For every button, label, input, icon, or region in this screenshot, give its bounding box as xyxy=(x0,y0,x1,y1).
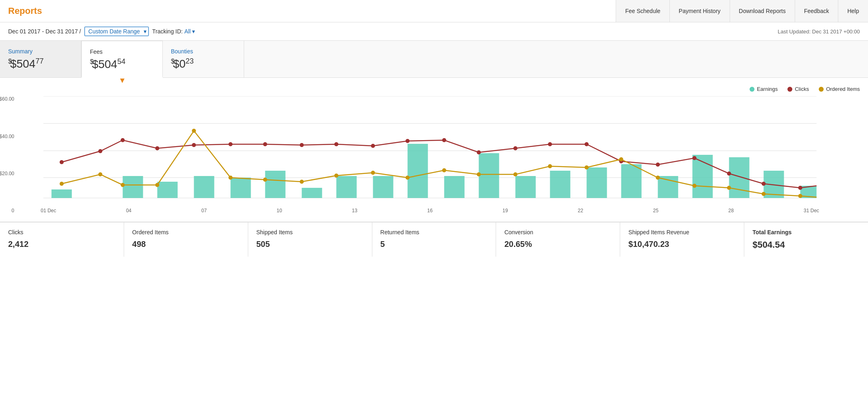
svg-rect-18 xyxy=(302,188,322,198)
svg-point-59 xyxy=(442,168,446,172)
svg-rect-23 xyxy=(658,176,678,198)
svg-point-52 xyxy=(192,129,196,133)
svg-point-50 xyxy=(121,183,125,187)
svg-rect-13 xyxy=(621,164,642,198)
date-bar: Dec 01 2017 - Dec 31 2017 / Custom Date … xyxy=(0,22,868,41)
svg-point-56 xyxy=(335,174,339,178)
stats-shipped-revenue-value: $10,470.23 xyxy=(628,240,736,249)
last-updated: Last Updated: Dec 31 2017 +00:00 xyxy=(778,29,860,35)
svg-point-60 xyxy=(477,172,481,176)
nav-feedback[interactable]: Feedback xyxy=(795,0,838,22)
header: Reports Fee Schedule Payment History Dow… xyxy=(0,0,868,22)
tracking-id-value[interactable]: All ▾ xyxy=(184,28,195,35)
tab-bounties-label: Bounties xyxy=(171,48,232,55)
svg-point-35 xyxy=(371,144,375,148)
svg-point-40 xyxy=(548,142,552,146)
tab-fees[interactable]: Fees $$50454 ▾ xyxy=(81,41,163,78)
svg-point-54 xyxy=(263,178,267,182)
stats-shipped-revenue: Shipped Items Revenue $10,470.23 xyxy=(620,222,744,257)
stats-shipped-items: Shipped Items 505 xyxy=(248,222,372,257)
svg-point-48 xyxy=(60,182,64,186)
date-bar-left: Dec 01 2017 - Dec 31 2017 / Custom Date … xyxy=(8,26,195,36)
stats-table: Clicks 2,412 Ordered Items 498 Shipped I… xyxy=(0,222,868,257)
stats-ordered-items-label: Ordered Items xyxy=(132,229,240,235)
svg-rect-11 xyxy=(479,153,499,198)
chart-legend: Earnings Clicks Ordered Items xyxy=(8,86,860,92)
svg-point-53 xyxy=(229,176,233,180)
svg-point-66 xyxy=(693,184,697,188)
svg-rect-6 xyxy=(123,176,143,198)
chart-wrapper: $60.00 $40.00 $20.00 0 150 100 50 0 75 5… xyxy=(16,96,852,213)
tab-summary-label: Summary xyxy=(8,48,69,55)
svg-point-49 xyxy=(98,172,103,176)
svg-point-64 xyxy=(619,157,623,161)
svg-point-69 xyxy=(798,194,802,198)
stats-total-earnings: Total Earnings $504.54 xyxy=(744,222,868,257)
clicks-legend-icon xyxy=(787,87,792,92)
legend-ordered-items: Ordered Items xyxy=(819,86,860,92)
tab-summary[interactable]: Summary $$50477 xyxy=(0,41,81,77)
tracking-arrow-icon: ▾ xyxy=(192,28,195,35)
legend-earnings: Earnings xyxy=(750,86,778,92)
svg-point-62 xyxy=(548,164,552,168)
svg-rect-24 xyxy=(729,157,750,198)
summary-tabs: Summary $$50477 Fees $$50454 ▾ Bounties … xyxy=(0,41,868,78)
nav-fee-schedule[interactable]: Fee Schedule xyxy=(616,0,669,22)
chart-container: Earnings Clicks Ordered Items $60.00 $40… xyxy=(0,78,868,218)
tab-summary-value: $$50477 xyxy=(8,57,69,70)
svg-point-38 xyxy=(477,150,481,154)
stats-conversion: Conversion 20.65% xyxy=(496,222,620,257)
svg-rect-20 xyxy=(444,176,465,198)
ordered-items-legend-label: Ordered Items xyxy=(826,86,860,92)
svg-point-65 xyxy=(656,176,660,180)
svg-point-37 xyxy=(442,138,446,142)
stats-returned-items-value: 5 xyxy=(380,240,488,249)
chart-svg xyxy=(41,96,819,206)
earnings-legend-icon xyxy=(750,87,754,92)
stats-ordered-items-value: 498 xyxy=(132,240,240,249)
stats-clicks-value: 2,412 xyxy=(8,240,116,249)
svg-point-27 xyxy=(98,149,103,153)
nav-help[interactable]: Help xyxy=(838,0,868,22)
ordered-items-legend-icon xyxy=(819,87,824,92)
svg-rect-8 xyxy=(265,171,286,198)
tab-fees-value: $$50454 xyxy=(90,57,150,71)
page-title: Reports xyxy=(0,0,50,22)
svg-point-29 xyxy=(155,146,160,150)
svg-point-46 xyxy=(762,182,766,186)
svg-rect-19 xyxy=(373,176,394,198)
stats-returned-items: Returned Items 5 xyxy=(372,222,496,257)
svg-point-61 xyxy=(514,172,518,176)
tab-bounties[interactable]: Bounties $$023 xyxy=(163,41,244,77)
svg-point-67 xyxy=(727,186,731,190)
stats-clicks-label: Clicks xyxy=(8,229,116,235)
svg-rect-10 xyxy=(408,144,428,198)
svg-point-58 xyxy=(406,176,410,180)
nav-download-reports[interactable]: Download Reports xyxy=(730,0,795,22)
date-range-select[interactable]: Custom Date Range xyxy=(84,26,149,36)
svg-rect-5 xyxy=(52,189,72,198)
svg-point-28 xyxy=(121,138,125,142)
stats-conversion-value: 20.65% xyxy=(504,240,612,249)
clicks-legend-label: Clicks xyxy=(795,86,809,92)
stats-ordered-items: Ordered Items 498 xyxy=(124,222,248,257)
svg-point-33 xyxy=(300,143,304,147)
date-range-wrapper: Custom Date Range xyxy=(84,26,149,36)
svg-point-57 xyxy=(371,171,375,175)
header-nav: Fee Schedule Payment History Download Re… xyxy=(616,0,868,22)
stats-conversion-label: Conversion xyxy=(504,229,612,235)
tracking-id: Tracking ID: All ▾ xyxy=(152,28,195,35)
earnings-legend-label: Earnings xyxy=(757,86,778,92)
stats-total-earnings-label: Total Earnings xyxy=(752,229,860,235)
svg-point-45 xyxy=(727,172,731,176)
y-axis-left: $60.00 $40.00 $20.00 0 xyxy=(0,96,14,213)
svg-point-51 xyxy=(155,183,160,187)
svg-point-55 xyxy=(300,180,304,184)
svg-point-34 xyxy=(335,142,339,146)
date-range-text: Dec 01 2017 - Dec 31 2017 / xyxy=(8,28,81,35)
svg-point-36 xyxy=(406,139,410,143)
nav-payment-history[interactable]: Payment History xyxy=(669,0,730,22)
svg-point-44 xyxy=(693,156,697,160)
stats-shipped-items-label: Shipped Items xyxy=(256,229,364,235)
stats-shipped-revenue-label: Shipped Items Revenue xyxy=(628,229,736,235)
